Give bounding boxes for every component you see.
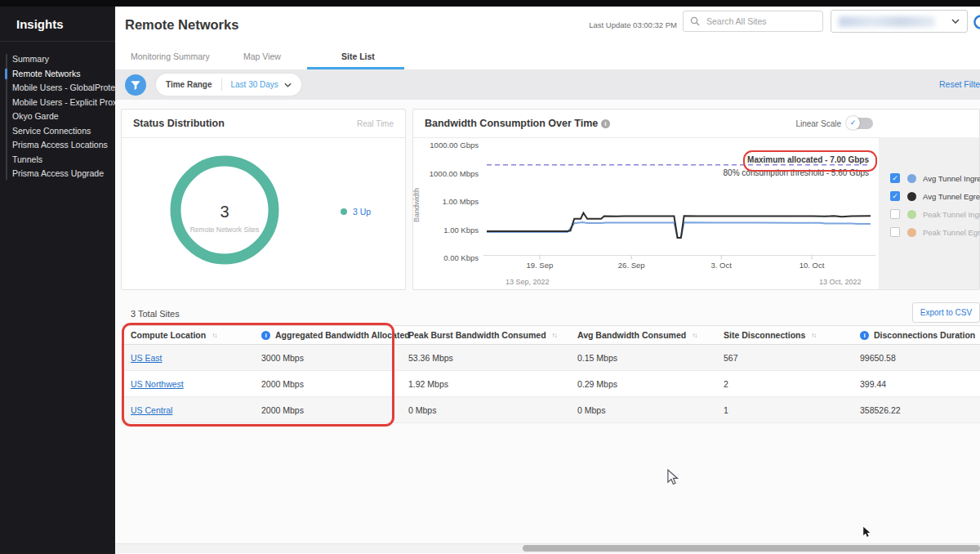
legend-item-peak-tunnel-ingress[interactable]: Peak Tunnel Ingress: [890, 209, 980, 219]
column-header-site-disconnections[interactable]: Site Disconnections↑↓: [724, 326, 816, 344]
info-icon[interactable]: i: [261, 331, 270, 340]
x-tick-label: 10. Oct: [800, 261, 825, 270]
status-distribution-card: Status Distribution Real Time 3 Remote N…: [121, 109, 406, 290]
cell-peak-burst-bandwidth-consumed: 0 Mbps: [408, 397, 436, 422]
x-tick-label: 3. Oct: [710, 261, 731, 270]
legend-checkbox[interactable]: ✓: [890, 191, 900, 201]
legend-color-dot: [907, 210, 916, 219]
tenant-name-redacted: [839, 16, 935, 27]
column-header-avg-bandwidth-consumed[interactable]: Avg Bandwidth Consumed↑↓: [577, 326, 697, 344]
bandwidth-card-body: Bandwidth Maximum allocated - 7.00 Gbps …: [413, 137, 979, 289]
column-header-label: Disconnections Duration: [874, 330, 975, 340]
status-legend-up[interactable]: 3 Up: [341, 207, 371, 217]
sort-icon[interactable]: ↑↓: [811, 332, 816, 339]
toggle-knob: ✓: [846, 116, 860, 130]
cell-avg-bandwidth-consumed: 0 Mbps: [577, 397, 605, 422]
column-header-compute-location[interactable]: Compute Location↑↓: [131, 326, 216, 344]
linear-scale-control: Linear Scale ✓: [795, 118, 873, 129]
series-avg-tunnel-egress: [487, 213, 871, 239]
chart-legend-panel: ✓Avg Tunnel Ingress✓Avg Tunnel EgressPea…: [879, 137, 979, 289]
column-header-aggregated-bandwidth-allocated[interactable]: iAggregated Bandwidth Allocated: [261, 326, 410, 344]
legend-color-dot: [907, 174, 916, 183]
search-input[interactable]: [705, 16, 814, 27]
legend-label: Peak Tunnel Ingress: [923, 210, 980, 219]
sidebar-item-prisma-access-upgrade[interactable]: Prisma Access Upgrade: [0, 167, 115, 181]
window-top-strip: [0, 0, 980, 7]
column-header-disconnections-duration[interactable]: iDisconnections Duration: [860, 326, 975, 344]
cell-site-disconnections: 1: [724, 397, 728, 422]
last-update-label: Last Update 03:00:32 PM: [571, 20, 677, 29]
sort-icon[interactable]: ↑↓: [552, 332, 557, 339]
column-header-label: Peak Burst Bandwidth Consumed: [408, 330, 546, 340]
cell-compute-location: US Central: [131, 397, 172, 422]
sidebar: Insights SummaryRemote NetworksMobile Us…: [0, 7, 115, 554]
tab-bar: Monitoring SummaryMap ViewSite List: [115, 42, 980, 69]
sidebar-item-mobile-users-globalprotect[interactable]: Mobile Users - GlobalProtect: [0, 81, 115, 96]
legend-checkbox[interactable]: [890, 209, 900, 219]
sidebar-item-prisma-access-locations[interactable]: Prisma Access Locations: [0, 138, 115, 153]
cell-aggregated-bandwidth-allocated: 2000 Mbps: [261, 397, 304, 422]
table-row: US Central2000 Mbps0 Mbps0 Mbps1358526.2…: [121, 397, 980, 423]
search-box[interactable]: [683, 11, 823, 32]
reset-filters-link[interactable]: Reset Filters: [939, 79, 980, 89]
site-link-us-northwest[interactable]: US Northwest: [131, 379, 184, 389]
info-icon[interactable]: i: [860, 331, 869, 340]
cell-avg-bandwidth-consumed: 0.15 Mbps: [577, 345, 617, 370]
time-range-value[interactable]: Last 30 Days: [222, 80, 284, 89]
donut-caption: Remote Network Sites: [163, 226, 286, 234]
column-header-label: Avg Bandwidth Consumed: [577, 330, 686, 340]
sidebar-item-remote-networks[interactable]: Remote Networks: [0, 67, 115, 82]
sidebar-item-okyo-garde[interactable]: Okyo Garde: [0, 109, 115, 124]
sidebar-item-tunnels[interactable]: Tunnels: [0, 153, 115, 168]
x-tick-label: 19. Sep: [526, 261, 553, 270]
site-table: Compute Location↑↓iAggregated Bandwidth …: [121, 325, 980, 423]
realtime-label: Real Time: [357, 119, 394, 128]
cell-aggregated-bandwidth-allocated: 2000 Mbps: [261, 371, 304, 396]
search-icon: [690, 16, 700, 26]
filter-bar: Time Range Last 30 Days Reset Filters: [115, 69, 980, 100]
filter-button[interactable]: [125, 74, 146, 96]
export-csv-button[interactable]: Export to CSV: [912, 302, 980, 323]
sort-icon[interactable]: ↑↓: [212, 332, 216, 339]
main-panel: Remote Networks Last Update 03:00:32 PM …: [115, 7, 980, 554]
content-area: Status Distribution Real Time 3 Remote N…: [115, 100, 980, 554]
time-range-filter[interactable]: Time Range Last 30 Days: [156, 74, 301, 96]
legend-label: Avg Tunnel Egress: [923, 192, 980, 201]
cell-peak-burst-bandwidth-consumed: 1.92 Mbps: [408, 371, 448, 396]
x-range-start: 13 Sep, 2022: [506, 278, 550, 286]
sort-icon[interactable]: ↑↓: [692, 332, 697, 339]
tab-monitoring-summary[interactable]: Monitoring Summary: [131, 51, 210, 61]
info-icon[interactable]: i: [601, 119, 610, 128]
legend-item-avg-tunnel-egress[interactable]: ✓Avg Tunnel Egress: [890, 191, 980, 201]
linear-scale-toggle[interactable]: ✓: [847, 118, 873, 129]
sidebar-item-summary[interactable]: Summary: [0, 52, 115, 67]
cell-disconnections-duration: 99650.58: [860, 345, 896, 370]
bandwidth-card: Bandwidth Consumption Over Time i Linear…: [412, 109, 980, 290]
y-tick-label: 1.00 Mbps: [413, 197, 479, 206]
sidebar-item-service-connections[interactable]: Service Connections: [0, 124, 115, 139]
tab-map-view[interactable]: Map View: [243, 51, 281, 61]
column-header-peak-burst-bandwidth-consumed[interactable]: Peak Burst Bandwidth Consumed↑↓: [408, 326, 557, 344]
site-link-us-central[interactable]: US Central: [131, 405, 172, 415]
legend-checkbox[interactable]: [890, 227, 900, 237]
total-sites-label: 3 Total Sites: [131, 309, 180, 319]
refresh-button[interactable]: [972, 13, 980, 31]
horizontal-scrollbar-track[interactable]: [115, 543, 980, 553]
status-card-header: Status Distribution Real Time: [122, 109, 405, 138]
table-row: US Northwest2000 Mbps1.92 Mbps0.29 Mbps2…: [121, 371, 980, 397]
bandwidth-card-title: Bandwidth Consumption Over Time i: [425, 118, 610, 129]
page-header: Remote Networks Last Update 03:00:32 PM: [115, 7, 980, 42]
legend-checkbox[interactable]: ✓: [890, 173, 900, 183]
column-header-label: Site Disconnections: [724, 330, 805, 340]
legend-item-avg-tunnel-ingress[interactable]: ✓Avg Tunnel Ingress: [890, 173, 980, 183]
tab-site-list[interactable]: Site List: [341, 51, 375, 61]
up-status-label: 3 Up: [353, 207, 371, 217]
funnel-icon: [130, 80, 141, 91]
table-header-row: Compute Location↑↓iAggregated Bandwidth …: [121, 325, 980, 345]
y-tick-label: 0.00 Kbps: [413, 253, 479, 262]
tenant-dropdown[interactable]: [831, 10, 968, 33]
horizontal-scrollbar-thumb[interactable]: [523, 545, 980, 552]
sidebar-item-mobile-users-explicit-proxy[interactable]: Mobile Users - Explicit Proxy: [0, 96, 115, 110]
site-link-us-east[interactable]: US East: [131, 353, 163, 363]
legend-item-peak-tunnel-egress[interactable]: Peak Tunnel Egress: [890, 227, 980, 237]
